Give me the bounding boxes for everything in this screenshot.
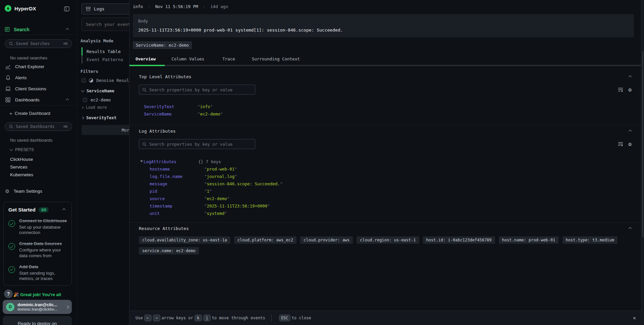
sidebar-item-client-sessions[interactable]: Client Sessions — [0, 83, 77, 94]
chevron-right-icon — [81, 106, 84, 108]
scrollbar-thumb[interactable] — [642, 51, 643, 237]
resource-chip[interactable]: host.id: i-0abc123def456789 — [423, 236, 495, 244]
tab-surrounding-context[interactable]: Surrounding Context — [243, 54, 307, 65]
collapse-sidebar-icon[interactable] — [64, 6, 69, 11]
separator: · — [203, 4, 206, 9]
denoise-icon — [89, 78, 93, 83]
get-started-progress-badge: 3/3 — [39, 207, 49, 213]
attribute-key[interactable]: SeverityText — [144, 104, 198, 109]
wrap-lines-icon[interactable] — [618, 87, 623, 92]
sidebar-item-dashboards[interactable]: Dashboards — [0, 94, 77, 105]
help-button[interactable]: ? — [4, 289, 13, 298]
resource-chip[interactable]: host.name: prod-web-01 — [499, 236, 559, 244]
get-started-item[interactable]: Connect to ClickHouse Set up your databa… — [8, 218, 67, 235]
esc-key: ESC — [279, 315, 290, 321]
no-saved-dashboards-text: No saved dashboards — [10, 138, 77, 143]
create-dashboard-button[interactable]: Create Dashboard — [0, 108, 77, 118]
task-desc: Configure where your data comes from — [19, 247, 67, 259]
property-search-input[interactable] — [149, 87, 252, 92]
attribute-value[interactable]: prod-web-01 — [204, 167, 237, 172]
user-menu[interactable]: D dominic.tran@clic... dominic.tran@clic… — [3, 300, 72, 314]
sidebar-item-team-settings[interactable]: ⚙ Team Settings — [0, 187, 77, 195]
arrow-right-key: → — [153, 315, 160, 321]
chevron-down-icon — [10, 148, 13, 151]
attribute-key[interactable]: timestamp — [150, 203, 204, 208]
gear-icon[interactable]: ⚙ — [628, 141, 632, 147]
deploy-banner[interactable]: Ready to deploy on — [3, 316, 72, 325]
attribute-value[interactable]: ec2-demo — [204, 196, 229, 201]
attribute-value[interactable]: journal.log — [204, 174, 237, 179]
chevron-up-icon[interactable] — [62, 208, 66, 212]
sidebar-item-chart-explorer[interactable]: Chart Explorer — [0, 61, 77, 72]
resource-chip[interactable]: cloud.availability_zone: us-east-1a — [139, 236, 230, 244]
scrollbar[interactable] — [641, 0, 644, 325]
app-header: HyperDX — [0, 0, 77, 17]
collapse-section-icon[interactable] — [629, 227, 632, 230]
attribute-key[interactable]: pid — [150, 189, 204, 194]
sidebar-nav: Chart Explorer Alerts Client Sessions Da… — [0, 61, 77, 105]
hint-text: to move through events — [212, 316, 265, 320]
property-search[interactable] — [139, 139, 255, 149]
preset-kubernetes[interactable]: Kubernetes — [10, 171, 77, 179]
get-started-item[interactable]: Create Data Sources Configure where your… — [8, 241, 67, 258]
top-level-attributes-section: Top Level Attributes ⚙ SeverityText info — [129, 65, 641, 125]
saved-dashboards-input[interactable]: Saved Dashboards ⌘K — [5, 122, 72, 131]
resource-chip[interactable]: host.type: t3.medium — [562, 236, 618, 244]
search-icon — [9, 42, 13, 46]
sidebar-item-alerts[interactable]: Alerts — [0, 72, 77, 83]
arrow-left-key: ← — [144, 315, 152, 321]
attribute-row: unit systemd — [139, 210, 632, 217]
attribute-key[interactable]: log.file.name — [150, 174, 204, 179]
expand-triangle-icon[interactable] — [140, 160, 143, 162]
preset-clickhouse[interactable]: ClickHouse — [10, 155, 77, 163]
shortcut-hint: ⌘K — [63, 125, 68, 129]
gear-icon[interactable]: ⚙ — [628, 87, 632, 93]
tab-column-values[interactable]: Column Values — [163, 54, 212, 65]
tab-trace[interactable]: Trace — [212, 54, 243, 65]
task-title: Connect to ClickHouse — [19, 218, 67, 224]
property-search-input[interactable] — [149, 142, 252, 147]
service-name-tag[interactable]: ServiceName: ec2-demo — [133, 41, 192, 49]
attribute-value[interactable]: 1 — [204, 189, 212, 194]
resource-chip[interactable]: service.name: ec2-demo — [139, 247, 199, 254]
sidebar-search-label: Search — [14, 27, 30, 32]
collapse-section-icon[interactable] — [629, 75, 632, 79]
nav-label: Alerts — [15, 75, 27, 80]
attribute-value[interactable]: session-846.scope: Succeeded. — [204, 181, 282, 186]
presets-toggle[interactable]: PRESETS — [10, 147, 77, 152]
resource-chip[interactable]: cloud.provider: aws — [300, 236, 353, 244]
get-started-card: Get Started 3/3 Connect to ClickHouse Se… — [3, 202, 72, 286]
attribute-key[interactable]: ServiceName — [144, 111, 198, 117]
resource-chip[interactable]: cloud.region: us-east-1 — [357, 236, 419, 244]
user-name: dominic.tran@clic... — [17, 303, 63, 307]
search-icon — [142, 88, 147, 92]
sidebar-item-search[interactable]: Search — [0, 24, 77, 35]
task-desc: Start sending logs, metrics, or traces — [19, 271, 67, 282]
tab-overview[interactable]: Overview — [129, 54, 163, 65]
resource-chip[interactable]: cloud.platform: aws_ec2 — [234, 236, 297, 244]
attribute-key[interactable]: LogAttributes — [144, 159, 198, 164]
attribute-key[interactable]: source — [150, 196, 204, 201]
laptop-icon — [5, 87, 11, 91]
nav-label: Chart Explorer — [15, 64, 44, 69]
create-dashboard-label: Create Dashboard — [15, 111, 50, 116]
attribute-key[interactable]: hostname — [150, 167, 204, 172]
attribute-key[interactable]: unit — [150, 211, 204, 216]
preset-services[interactable]: Services — [10, 163, 77, 171]
wrap-lines-icon[interactable] — [618, 142, 623, 146]
attribute-key[interactable]: message — [150, 181, 204, 186]
nav-label: Dashboards — [15, 97, 40, 102]
close-icon[interactable]: ✕ — [633, 315, 636, 321]
attribute-value[interactable]: systemd — [204, 211, 227, 216]
bell-icon — [5, 75, 11, 80]
attribute-value[interactable]: info — [198, 104, 213, 109]
property-search[interactable] — [139, 85, 255, 95]
j-key: j — [203, 315, 211, 321]
saved-searches-input[interactable]: Saved Searches ⌘K — [5, 39, 72, 48]
chart-icon — [5, 64, 11, 69]
get-started-item[interactable]: Add Data Start sending logs, metrics, or… — [8, 264, 67, 281]
collapse-section-icon[interactable] — [629, 130, 632, 133]
attribute-value[interactable]: 2025-11-11T23:56:19+0000 — [204, 203, 270, 208]
log-attributes-section: Log Attributes ⚙ LogAttributes {} 7 keys — [129, 125, 641, 223]
attribute-value[interactable]: ec2-demo — [198, 111, 223, 117]
